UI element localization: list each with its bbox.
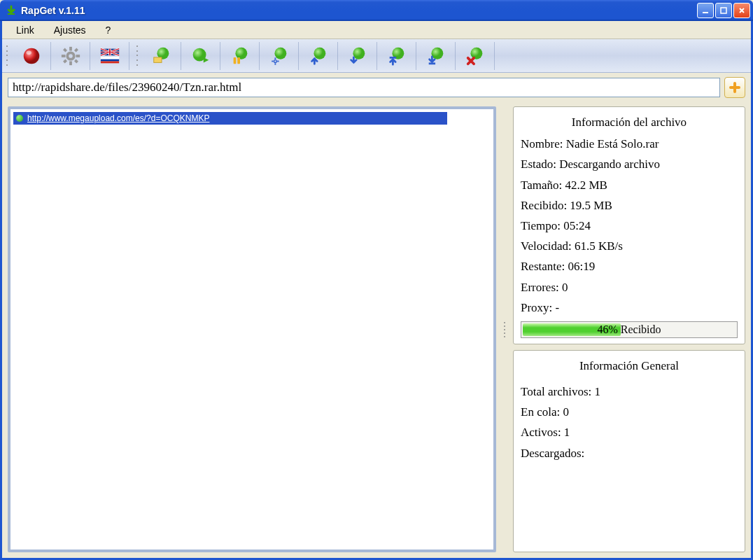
active-line: Activos: 1 (521, 423, 738, 442)
list-item[interactable]: http://www.megaupload.com/es/?d=OCQKNMKP (13, 112, 447, 125)
svg-rect-2 (721, 8, 726, 13)
list-item-url: http://www.megaupload.com/es/?d=OCQKNMKP (27, 113, 209, 123)
progress-text: 46% Recibido (521, 322, 737, 337)
status-dot-icon (16, 115, 23, 122)
svg-point-28 (274, 47, 286, 59)
svg-rect-27 (237, 57, 240, 63)
svg-point-38 (431, 47, 443, 59)
svg-rect-9 (76, 55, 80, 57)
configure-button[interactable] (260, 42, 299, 70)
record-button[interactable] (12, 42, 51, 70)
svg-point-4 (26, 50, 31, 55)
svg-point-5 (67, 52, 73, 59)
downloaded-line: Descargados: (521, 444, 738, 463)
play-button[interactable] (181, 42, 220, 70)
settings-button[interactable] (51, 42, 90, 70)
file-state-line: Estado: Descargando archivo (521, 155, 738, 174)
file-remaining-line: Restante: 06:19 (521, 257, 738, 276)
general-info-panel: Información General Total archivos: 1 En… (513, 350, 745, 552)
language-button[interactable] (90, 42, 129, 70)
svg-rect-13 (63, 59, 67, 63)
svg-rect-39 (428, 62, 435, 64)
menu-settings[interactable]: Ajustes (44, 23, 96, 37)
move-down-button[interactable] (338, 42, 377, 70)
main-area: http://www.megaupload.com/es/?d=OCQKNMKP… (2, 102, 751, 558)
svg-rect-19 (100, 56, 118, 59)
open-button[interactable] (142, 42, 181, 70)
svg-point-29 (274, 59, 276, 62)
svg-rect-12 (73, 48, 78, 52)
svg-point-34 (314, 47, 325, 59)
url-row (2, 73, 751, 102)
general-info-title: Información General (521, 356, 738, 375)
svg-point-25 (235, 47, 247, 59)
menu-help[interactable]: ? (96, 23, 121, 37)
file-name-line: Nombre: Nadie Está Solo.rar (521, 134, 738, 153)
file-proxy-line: Proxy: - (521, 298, 738, 317)
svg-rect-30 (274, 57, 276, 59)
svg-rect-8 (61, 55, 65, 57)
svg-rect-6 (69, 46, 72, 50)
menu-link[interactable]: Link (6, 23, 44, 37)
total-files-line: Total archivos: 1 (521, 382, 738, 401)
toolbar-grip (5, 44, 9, 68)
maximize-button[interactable] (715, 3, 732, 18)
svg-rect-33 (277, 60, 279, 62)
menubar: Link Ajustes ? (2, 21, 751, 39)
file-speed-line: Velocidad: 61.5 KB/s (521, 237, 738, 255)
move-bottom-button[interactable] (416, 42, 456, 70)
svg-rect-21 (100, 61, 118, 63)
svg-rect-26 (233, 57, 236, 63)
svg-point-3 (23, 48, 39, 64)
app-icon (6, 5, 17, 16)
move-up-button[interactable] (299, 42, 338, 70)
svg-rect-20 (100, 59, 118, 61)
file-errors-line: Errores: 0 (521, 278, 738, 297)
svg-point-40 (470, 47, 482, 59)
window-title: RapGet v.1.11 (21, 5, 697, 16)
svg-rect-0 (8, 13, 15, 15)
titlebar: RapGet v.1.11 (0, 0, 753, 21)
close-button[interactable] (733, 3, 750, 18)
add-url-button[interactable] (724, 77, 745, 98)
download-list[interactable]: http://www.megaupload.com/es/?d=OCQKNMKP (8, 106, 496, 552)
svg-rect-18 (109, 48, 111, 55)
file-time-line: Tiempo: 05:24 (521, 216, 738, 235)
pause-button[interactable] (220, 42, 260, 70)
toolbar (2, 39, 751, 73)
remove-button[interactable] (456, 42, 495, 70)
svg-rect-1 (703, 12, 708, 13)
info-panels: Información del archivo Nombre: Nadie Es… (513, 106, 745, 552)
file-received-line: Recibido: 19.5 MB (521, 196, 738, 215)
queue-line: En cola: 0 (521, 402, 738, 421)
file-info-panel: Información del archivo Nombre: Nadie Es… (513, 106, 745, 344)
svg-rect-11 (73, 59, 78, 63)
svg-rect-23 (153, 57, 161, 62)
svg-rect-32 (272, 60, 273, 62)
svg-rect-7 (69, 61, 72, 65)
move-top-button[interactable] (377, 42, 416, 70)
file-size-line: Tamaño: 42.2 MB (521, 176, 738, 195)
svg-rect-10 (63, 48, 67, 52)
splitter[interactable] (502, 106, 507, 552)
svg-point-35 (353, 47, 365, 59)
url-input[interactable] (8, 78, 720, 97)
minimize-button[interactable] (697, 3, 714, 18)
file-info-title: Información del archivo (521, 113, 738, 132)
svg-rect-31 (274, 63, 276, 64)
progress-bar: 46% Recibido (521, 321, 738, 338)
toolbar-grip-2 (135, 44, 139, 68)
